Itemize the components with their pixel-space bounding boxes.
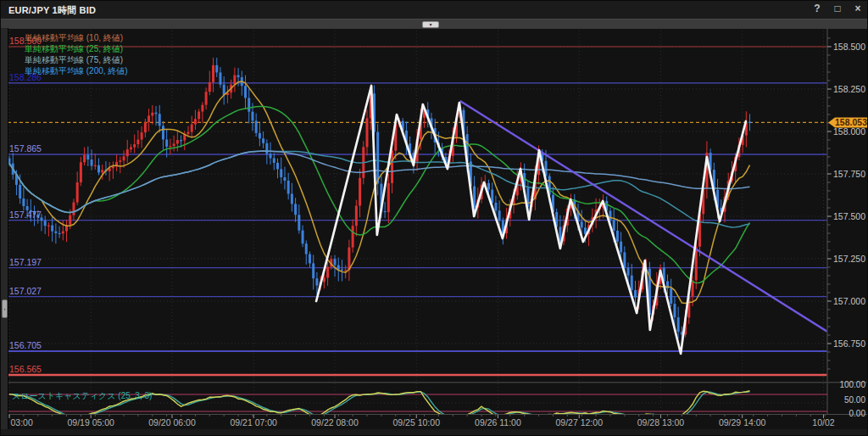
svg-text:09/25 10:00: 09/25 10:00 bbox=[393, 417, 441, 428]
svg-text:10/02: 10/02 bbox=[812, 417, 834, 428]
svg-text:50.00: 50.00 bbox=[844, 395, 865, 405]
svg-text:157.250: 157.250 bbox=[833, 254, 865, 264]
svg-text:158.250: 158.250 bbox=[833, 84, 865, 94]
svg-text:09/20 06:00: 09/20 06:00 bbox=[148, 417, 196, 428]
svg-text:156.705: 156.705 bbox=[9, 340, 42, 350]
stochastic-label: スローストキャスティクス (25, 3, 3) bbox=[12, 390, 152, 402]
svg-text:158.053: 158.053 bbox=[835, 117, 867, 127]
indicator-legend: 単純移動平均線 (10, 終値) 単純移動平均線 (25, 終値) 単純移動平均… bbox=[25, 32, 128, 76]
candlestick-chart[interactable]: 158.500158.286157.865157.477157.197157.0… bbox=[1, 1, 868, 436]
window-title: EUR/JPY 1時間 BID bbox=[8, 4, 96, 17]
svg-text:09/28 13:00: 09/28 13:00 bbox=[637, 417, 685, 428]
svg-text:156.565: 156.565 bbox=[9, 364, 42, 374]
svg-text:09/29 14:00: 09/29 14:00 bbox=[719, 417, 766, 428]
svg-text:158.500: 158.500 bbox=[833, 42, 865, 52]
top-toolbar: ▾ bbox=[1, 19, 868, 29]
svg-text:09/19 05:00: 09/19 05:00 bbox=[67, 417, 114, 428]
maximize-icon[interactable]: □ bbox=[832, 3, 843, 14]
svg-text:157.750: 157.750 bbox=[833, 169, 865, 179]
legend-sma10: 単純移動平均線 (10, 終値) bbox=[25, 32, 128, 43]
left-panel-strip: ‹ bbox=[1, 28, 8, 429]
svg-text:09/26 11:00: 09/26 11:00 bbox=[475, 417, 521, 428]
svg-text:156.750: 156.750 bbox=[833, 338, 865, 349]
svg-text:157.027: 157.027 bbox=[9, 286, 42, 296]
svg-text:0.00: 0.00 bbox=[849, 409, 866, 418]
panel-separator bbox=[8, 382, 868, 383]
svg-text:09/21 07:00: 09/21 07:00 bbox=[230, 417, 277, 428]
panel-collapse-button[interactable]: ▾ bbox=[422, 21, 439, 28]
bottom-margin bbox=[1, 429, 868, 436]
chart-background bbox=[1, 27, 868, 429]
svg-text:157.477: 157.477 bbox=[9, 210, 42, 220]
sidebar-toggle-handle[interactable]: ‹ bbox=[2, 299, 8, 318]
chart-window: 158.500158.286157.865157.477157.197157.0… bbox=[0, 0, 868, 436]
legend-sma200: 単純移動平均線 (200, 終値) bbox=[25, 65, 128, 76]
svg-text:09/22 08:00: 09/22 08:00 bbox=[311, 417, 359, 428]
help-icon[interactable]: ? bbox=[811, 3, 823, 14]
svg-text:09/27 12:00: 09/27 12:00 bbox=[556, 417, 604, 428]
svg-text:157.000: 157.000 bbox=[833, 296, 865, 306]
legend-sma25: 単純移動平均線 (25, 終値) bbox=[25, 43, 128, 54]
close-icon[interactable]: × bbox=[852, 3, 864, 14]
svg-text:100.00: 100.00 bbox=[839, 380, 865, 389]
legend-sma75: 単純移動平均線 (75, 終値) bbox=[25, 54, 128, 65]
svg-text:157.197: 157.197 bbox=[9, 257, 42, 267]
svg-text:157.500: 157.500 bbox=[833, 211, 865, 221]
svg-text:157.865: 157.865 bbox=[9, 143, 42, 154]
title-bar: EUR/JPY 1時間 BID ? □ × bbox=[1, 1, 868, 20]
